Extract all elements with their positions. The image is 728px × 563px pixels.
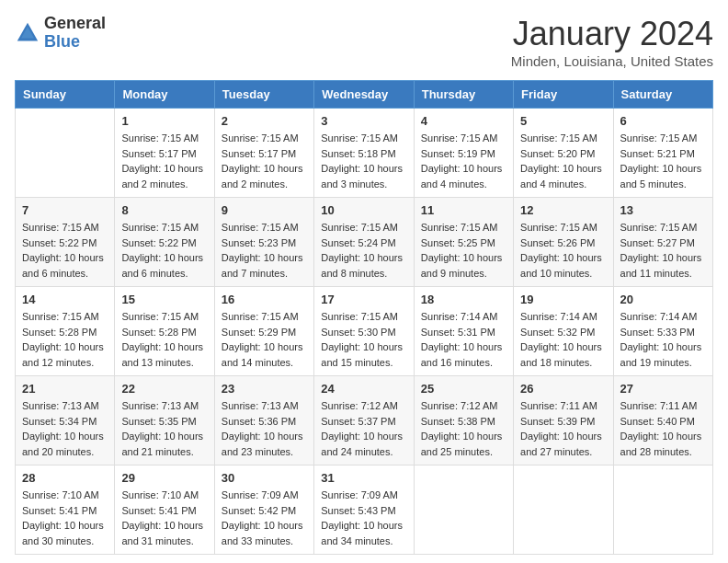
day-info: Sunrise: 7:15 AM Sunset: 5:30 PM Dayligh… (321, 309, 406, 370)
calendar-cell (514, 465, 613, 555)
calendar-cell: 27Sunrise: 7:11 AM Sunset: 5:40 PM Dayli… (613, 376, 712, 465)
calendar-cell: 18Sunrise: 7:14 AM Sunset: 5:31 PM Dayli… (414, 287, 513, 376)
calendar-cell: 25Sunrise: 7:12 AM Sunset: 5:38 PM Dayli… (414, 376, 513, 465)
day-info: Sunrise: 7:13 AM Sunset: 5:36 PM Dayligh… (222, 398, 307, 459)
day-number: 23 (222, 382, 307, 396)
calendar-cell: 17Sunrise: 7:15 AM Sunset: 5:30 PM Dayli… (314, 287, 414, 376)
day-info: Sunrise: 7:15 AM Sunset: 5:18 PM Dayligh… (321, 131, 406, 191)
day-header-saturday: Saturday (613, 81, 712, 109)
logo: General Blue (15, 15, 106, 52)
calendar-cell: 20Sunrise: 7:14 AM Sunset: 5:33 PM Dayli… (613, 287, 712, 376)
day-header-thursday: Thursday (414, 81, 513, 109)
day-number: 31 (321, 471, 406, 485)
day-number: 7 (22, 203, 108, 217)
day-number: 26 (520, 382, 606, 396)
calendar-cell: 22Sunrise: 7:13 AM Sunset: 5:35 PM Dayli… (115, 376, 214, 465)
calendar-cell: 23Sunrise: 7:13 AM Sunset: 5:36 PM Dayli… (214, 376, 313, 465)
day-info: Sunrise: 7:15 AM Sunset: 5:22 PM Dayligh… (121, 220, 207, 281)
day-info: Sunrise: 7:15 AM Sunset: 5:28 PM Dayligh… (22, 309, 108, 370)
day-info: Sunrise: 7:12 AM Sunset: 5:37 PM Dayligh… (321, 398, 406, 459)
day-number: 19 (520, 293, 606, 306)
day-info: Sunrise: 7:11 AM Sunset: 5:39 PM Dayligh… (520, 398, 606, 459)
week-row-3: 14Sunrise: 7:15 AM Sunset: 5:28 PM Dayli… (16, 287, 713, 376)
calendar-cell: 16Sunrise: 7:15 AM Sunset: 5:29 PM Dayli… (214, 287, 313, 376)
calendar-cell (613, 465, 712, 555)
day-number: 29 (121, 471, 207, 485)
logo-text: General Blue (44, 15, 106, 52)
day-info: Sunrise: 7:15 AM Sunset: 5:20 PM Dayligh… (520, 131, 606, 191)
day-info: Sunrise: 7:15 AM Sunset: 5:27 PM Dayligh… (620, 220, 706, 281)
calendar-cell: 21Sunrise: 7:13 AM Sunset: 5:34 PM Dayli… (16, 376, 115, 465)
day-info: Sunrise: 7:09 AM Sunset: 5:43 PM Dayligh… (321, 488, 406, 548)
day-number: 22 (121, 382, 207, 396)
calendar-cell: 2Sunrise: 7:15 AM Sunset: 5:17 PM Daylig… (214, 109, 313, 198)
logo-blue-text: Blue (44, 33, 106, 52)
calendar-cell: 1Sunrise: 7:15 AM Sunset: 5:17 PM Daylig… (115, 109, 214, 198)
day-info: Sunrise: 7:15 AM Sunset: 5:17 PM Dayligh… (121, 131, 207, 191)
calendar-body: 1Sunrise: 7:15 AM Sunset: 5:17 PM Daylig… (16, 109, 713, 555)
calendar-cell: 28Sunrise: 7:10 AM Sunset: 5:41 PM Dayli… (16, 465, 115, 555)
day-header-sunday: Sunday (16, 81, 115, 109)
day-number: 6 (620, 114, 706, 128)
day-info: Sunrise: 7:09 AM Sunset: 5:42 PM Dayligh… (222, 488, 307, 548)
day-info: Sunrise: 7:15 AM Sunset: 5:26 PM Dayligh… (520, 220, 606, 281)
location-subtitle: Minden, Louisiana, United States (511, 53, 713, 69)
logo-general-text: General (44, 15, 106, 33)
day-info: Sunrise: 7:15 AM Sunset: 5:22 PM Dayligh… (22, 220, 108, 281)
day-number: 13 (620, 203, 706, 217)
day-info: Sunrise: 7:15 AM Sunset: 5:24 PM Dayligh… (321, 220, 406, 281)
day-number: 25 (421, 382, 506, 396)
day-info: Sunrise: 7:10 AM Sunset: 5:41 PM Dayligh… (121, 488, 207, 548)
day-info: Sunrise: 7:14 AM Sunset: 5:33 PM Dayligh… (620, 309, 706, 370)
day-info: Sunrise: 7:15 AM Sunset: 5:17 PM Dayligh… (222, 131, 307, 191)
day-info: Sunrise: 7:12 AM Sunset: 5:38 PM Dayligh… (421, 398, 506, 459)
day-header-monday: Monday (115, 81, 214, 109)
calendar-cell: 7Sunrise: 7:15 AM Sunset: 5:22 PM Daylig… (16, 198, 115, 287)
calendar-cell (16, 109, 115, 198)
day-number: 3 (321, 114, 406, 128)
calendar-cell: 8Sunrise: 7:15 AM Sunset: 5:22 PM Daylig… (115, 198, 214, 287)
days-row: SundayMondayTuesdayWednesdayThursdayFrid… (16, 81, 713, 109)
page-header: General Blue January 2024 Minden, Louisi… (15, 15, 713, 69)
day-header-wednesday: Wednesday (314, 81, 414, 109)
calendar-cell: 4Sunrise: 7:15 AM Sunset: 5:19 PM Daylig… (414, 109, 513, 198)
calendar-cell: 14Sunrise: 7:15 AM Sunset: 5:28 PM Dayli… (16, 287, 115, 376)
week-row-1: 1Sunrise: 7:15 AM Sunset: 5:17 PM Daylig… (16, 109, 713, 198)
day-number: 24 (321, 382, 406, 396)
calendar-cell: 30Sunrise: 7:09 AM Sunset: 5:42 PM Dayli… (214, 465, 313, 555)
calendar-cell: 11Sunrise: 7:15 AM Sunset: 5:25 PM Dayli… (414, 198, 513, 287)
day-number: 4 (421, 114, 506, 128)
calendar-cell: 10Sunrise: 7:15 AM Sunset: 5:24 PM Dayli… (314, 198, 414, 287)
day-number: 5 (520, 114, 606, 128)
day-number: 8 (121, 203, 207, 217)
day-number: 27 (620, 382, 706, 396)
day-info: Sunrise: 7:15 AM Sunset: 5:28 PM Dayligh… (121, 309, 207, 370)
calendar-table: SundayMondayTuesdayWednesdayThursdayFrid… (15, 80, 713, 555)
day-number: 21 (22, 382, 108, 396)
day-info: Sunrise: 7:13 AM Sunset: 5:34 PM Dayligh… (22, 398, 108, 459)
day-number: 18 (421, 293, 506, 306)
day-number: 17 (321, 293, 406, 306)
calendar-cell: 19Sunrise: 7:14 AM Sunset: 5:32 PM Dayli… (514, 287, 613, 376)
day-info: Sunrise: 7:11 AM Sunset: 5:40 PM Dayligh… (620, 398, 706, 459)
day-number: 15 (121, 293, 207, 306)
calendar-cell: 9Sunrise: 7:15 AM Sunset: 5:23 PM Daylig… (214, 198, 313, 287)
day-info: Sunrise: 7:15 AM Sunset: 5:25 PM Dayligh… (421, 220, 506, 281)
day-number: 1 (121, 114, 207, 128)
calendar-cell: 31Sunrise: 7:09 AM Sunset: 5:43 PM Dayli… (314, 465, 414, 555)
week-row-4: 21Sunrise: 7:13 AM Sunset: 5:34 PM Dayli… (16, 376, 713, 465)
day-info: Sunrise: 7:10 AM Sunset: 5:41 PM Dayligh… (22, 488, 108, 548)
day-info: Sunrise: 7:13 AM Sunset: 5:35 PM Dayligh… (121, 398, 207, 459)
day-info: Sunrise: 7:14 AM Sunset: 5:31 PM Dayligh… (421, 309, 506, 370)
day-info: Sunrise: 7:15 AM Sunset: 5:29 PM Dayligh… (222, 309, 307, 370)
week-row-2: 7Sunrise: 7:15 AM Sunset: 5:22 PM Daylig… (16, 198, 713, 287)
day-info: Sunrise: 7:15 AM Sunset: 5:21 PM Dayligh… (620, 131, 706, 191)
title-block: January 2024 Minden, Louisiana, United S… (511, 15, 713, 69)
calendar-cell: 6Sunrise: 7:15 AM Sunset: 5:21 PM Daylig… (613, 109, 712, 198)
day-header-friday: Friday (514, 81, 613, 109)
calendar-cell: 26Sunrise: 7:11 AM Sunset: 5:39 PM Dayli… (514, 376, 613, 465)
day-number: 28 (22, 471, 108, 485)
week-row-5: 28Sunrise: 7:10 AM Sunset: 5:41 PM Dayli… (16, 465, 713, 555)
day-info: Sunrise: 7:15 AM Sunset: 5:23 PM Dayligh… (222, 220, 307, 281)
day-info: Sunrise: 7:14 AM Sunset: 5:32 PM Dayligh… (520, 309, 606, 370)
